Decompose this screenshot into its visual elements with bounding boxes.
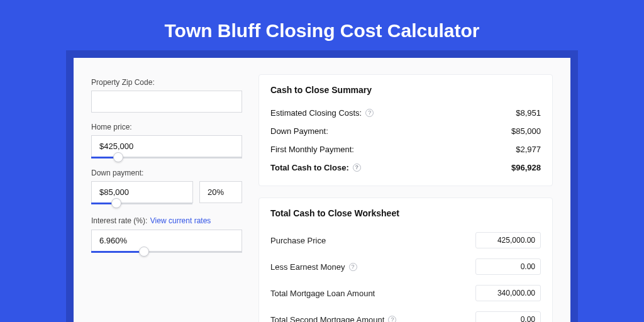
summary-row: Down Payment:$85,000 [270, 122, 541, 140]
down-payment-label: Down payment: [91, 169, 242, 177]
help-icon[interactable]: ? [388, 316, 396, 323]
worksheet-card: Total Cash to Close Worksheet Purchase P… [258, 197, 553, 322]
home-price-label: Home price: [91, 123, 242, 131]
down-payment-slider[interactable] [91, 203, 192, 204]
summary-row: Total Cash to Close:?$96,928 [270, 158, 541, 177]
rate-slider[interactable] [91, 251, 242, 253]
worksheet-row: Total Mortgage Loan Amount [270, 280, 541, 306]
rate-label: Interest rate (%): [91, 216, 147, 225]
summary-row-label: First Monthly Payment: [270, 145, 354, 154]
summary-row-label: Estimated Closing Costs:? [270, 108, 374, 118]
worksheet-row-input[interactable] [475, 285, 541, 301]
rate-slider-thumb[interactable] [139, 247, 149, 257]
summary-row-label: Down Payment: [270, 126, 328, 136]
worksheet-row-label: Total Mortgage Loan Amount [270, 289, 375, 298]
worksheet-row-label: Less Earnest Money? [270, 262, 357, 272]
worksheet-row: Less Earnest Money? [270, 253, 541, 280]
home-price-field: Home price: [91, 123, 242, 158]
home-price-slider-thumb[interactable] [113, 152, 123, 162]
help-icon[interactable]: ? [349, 263, 357, 271]
zip-input[interactable] [91, 91, 242, 113]
down-payment-pct-input[interactable] [199, 181, 242, 203]
calculator-panel: Property Zip Code: Home price: Down paym… [74, 58, 570, 322]
worksheet-row: Total Second Mortgage Amount? [270, 306, 541, 322]
summary-row: First Monthly Payment:$2,977 [270, 140, 541, 158]
home-price-slider[interactable] [91, 157, 242, 158]
summary-title: Cash to Close Summary [270, 85, 541, 95]
view-current-rates-link[interactable]: View current rates [150, 216, 211, 225]
down-payment-field: Down payment: [91, 169, 242, 204]
down-payment-input[interactable] [91, 181, 193, 203]
summary-card: Cash to Close Summary Estimated Closing … [258, 74, 553, 186]
worksheet-row-label: Total Second Mortgage Amount? [270, 315, 396, 323]
worksheet-row-input[interactable] [475, 258, 541, 275]
results-column: Cash to Close Summary Estimated Closing … [258, 74, 553, 322]
down-payment-slider-thumb[interactable] [111, 198, 121, 208]
summary-row-value: $96,928 [511, 163, 541, 172]
zip-label: Property Zip Code: [91, 78, 242, 87]
summary-row-value: $8,951 [516, 108, 541, 118]
summary-row-label: Total Cash to Close:? [270, 163, 361, 172]
worksheet-row-input[interactable] [475, 232, 541, 248]
worksheet-row-input[interactable] [475, 311, 541, 322]
summary-row-value: $2,977 [516, 145, 541, 154]
worksheet-row: Purchase Price [270, 227, 541, 253]
zip-field: Property Zip Code: [91, 78, 242, 113]
summary-row-value: $85,000 [511, 126, 541, 136]
rate-slider-fill [91, 251, 144, 253]
help-icon[interactable]: ? [365, 109, 374, 117]
worksheet-row-label: Purchase Price [270, 236, 326, 245]
rate-field: Interest rate (%): View current rates [91, 214, 242, 253]
summary-row: Estimated Closing Costs:?$8,951 [270, 104, 541, 122]
page-title: Town Bluff Closing Cost Calculator [164, 20, 479, 42]
rate-input[interactable] [91, 230, 242, 252]
inputs-column: Property Zip Code: Home price: Down paym… [91, 74, 242, 322]
calculator-panel-wrap: Property Zip Code: Home price: Down paym… [74, 58, 570, 322]
help-icon[interactable]: ? [353, 164, 361, 172]
worksheet-title: Total Cash to Close Worksheet [270, 208, 541, 218]
